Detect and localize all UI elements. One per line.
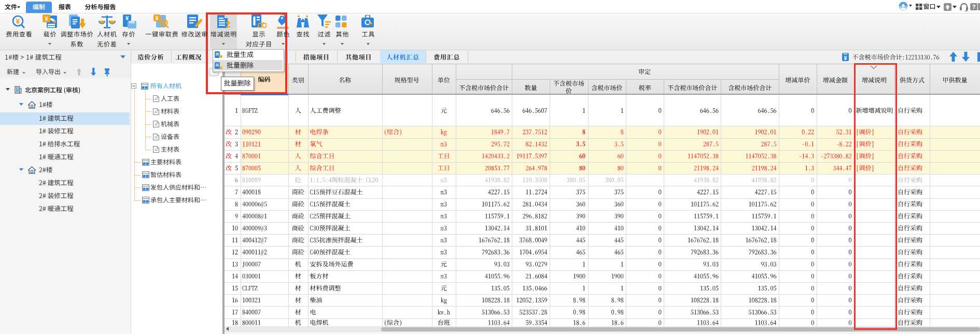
svg-text:¥: ¥ [156, 16, 159, 21]
svg-text:¥: ¥ [844, 55, 847, 61]
svg-text:¥: ¥ [45, 16, 48, 22]
svg-text:¥: ¥ [16, 17, 20, 25]
svg-text:?: ? [972, 4, 976, 10]
svg-text:¥: ¥ [125, 15, 129, 21]
